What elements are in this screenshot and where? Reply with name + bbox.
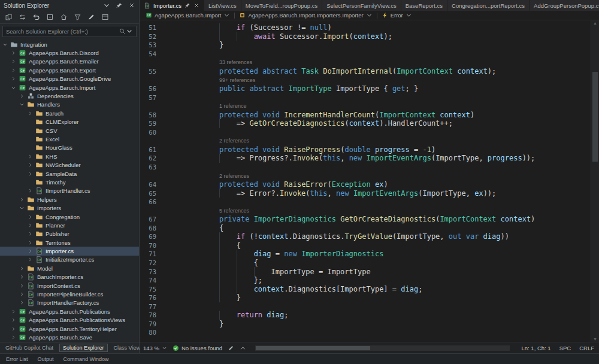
tree-item-agapeapps-baruch-territoryhelper[interactable]: C#AgapeApps.Baruch.TerritoryHelper xyxy=(0,324,139,333)
chevron-right-icon[interactable] xyxy=(11,59,16,64)
chevron-down-icon[interactable] xyxy=(11,85,16,90)
chevron-right-icon[interactable] xyxy=(11,317,16,323)
tree-item-agapeapps-baruch-googledrive[interactable]: C#AgapeApps.Baruch.GoogleDrive xyxy=(0,75,139,83)
zoom-control[interactable]: 143 % xyxy=(143,345,167,351)
line-ending[interactable]: CRLF xyxy=(579,345,594,351)
tree-item-integration[interactable]: Integration xyxy=(0,40,139,48)
document-tab-movetofield-rouppopup-cs[interactable]: MoveToField...roupPopup.cs xyxy=(241,0,322,11)
tree-item-handlers[interactable]: Handlers xyxy=(0,101,139,109)
scroll-down-arrow-icon[interactable]: ▼ xyxy=(591,336,599,342)
chevron-right-icon[interactable] xyxy=(28,111,33,116)
tree-item-planner[interactable]: Planner xyxy=(0,221,139,229)
codelens-references[interactable]: 2 references xyxy=(219,173,249,179)
chevron-right-icon[interactable] xyxy=(19,266,25,271)
vertical-scrollbar[interactable]: ▲ ▼ xyxy=(591,20,599,342)
tree-item-agapeapps-baruch-discord[interactable]: C#AgapeApps.Baruch.Discord xyxy=(0,48,139,57)
chevron-right-icon[interactable] xyxy=(28,257,33,262)
chevron-right-icon[interactable] xyxy=(28,154,33,159)
tree-item-dependencies[interactable]: Dependencies xyxy=(0,92,139,100)
tree-item-publisher[interactable]: Publisher xyxy=(0,230,139,238)
codelens-references[interactable]: 5 references xyxy=(219,208,249,214)
tree-item-agapeapps-baruch-publications[interactable]: C#AgapeApps.Baruch.Publications xyxy=(0,307,139,316)
horizontal-scrollbar[interactable] xyxy=(255,345,509,351)
code-editor[interactable]: 51if (Successor != null)52await Successo… xyxy=(140,20,599,342)
breadcrumb-item-agapeapps-baruch-import-importers-importer[interactable]: AgapeApps.Baruch.Import.Importers.Import… xyxy=(237,12,374,19)
tree-item-importerpipelinebuilder-cs[interactable]: C#ImporterPipelineBuilder.cs xyxy=(0,290,139,298)
chevron-right-icon[interactable] xyxy=(28,248,33,254)
tree-item-nwscheduler[interactable]: NWScheduler xyxy=(0,160,139,169)
tree-item-initializeimporter-cs[interactable]: C#InitializeImporter.cs xyxy=(0,256,139,264)
tree-item-clmexplorer[interactable]: CLMExplorer xyxy=(0,118,139,126)
tree-item-model[interactable]: Model xyxy=(0,264,139,272)
preview-icon[interactable] xyxy=(101,13,109,21)
chevron-right-icon[interactable] xyxy=(28,231,33,236)
tree-item-helpers[interactable]: Helpers xyxy=(0,195,139,204)
document-tab-addgrouppersonpopup-cs[interactable]: AddGroupPersonPopup.cs xyxy=(530,0,599,11)
chevron-right-icon[interactable] xyxy=(28,214,33,220)
vertical-scrollbar-thumb[interactable] xyxy=(592,72,598,162)
search-input[interactable] xyxy=(6,28,116,35)
document-tab-selectpersonfamilyview-cs[interactable]: SelectPersonFamilyView.cs xyxy=(322,0,401,11)
undo-icon[interactable] xyxy=(32,13,40,21)
chevron-right-icon[interactable] xyxy=(28,171,33,177)
tool-tab-solution-explorer[interactable]: Solution Explorer xyxy=(59,344,108,352)
chevron-down-icon[interactable] xyxy=(19,205,25,211)
codelens-references[interactable]: 99+ references xyxy=(219,77,255,83)
document-health-indicator[interactable]: No issues found xyxy=(173,345,222,351)
panel-tab-output[interactable]: Output xyxy=(38,356,54,362)
tree-item-territories[interactable]: Territories xyxy=(0,238,139,247)
filter-icon[interactable] xyxy=(74,13,81,21)
tree-item-agapeapps-baruch-save[interactable]: C#AgapeApps.Baruch.Save xyxy=(0,333,139,341)
chevron-right-icon[interactable] xyxy=(19,283,25,289)
horizontal-scrollbar-thumb[interactable] xyxy=(256,346,370,350)
pin-icon[interactable] xyxy=(184,2,190,8)
tree-item-importer-cs[interactable]: C#Importer.cs xyxy=(0,247,139,255)
chevron-up-icon[interactable] xyxy=(240,345,246,351)
tree-item-excel[interactable]: Excel xyxy=(0,135,139,143)
tree-item-agapeapps-baruch-emailer[interactable]: C#AgapeApps.Baruch.Emailer xyxy=(0,57,139,66)
pencil-icon[interactable] xyxy=(87,13,95,21)
tree-item-iimporthandler-cs[interactable]: C#IImportHandler.cs xyxy=(0,187,139,195)
tree-item-hourglass[interactable]: HourGlass xyxy=(0,144,139,152)
pin-icon[interactable] xyxy=(116,2,123,9)
chevron-right-icon[interactable] xyxy=(19,93,25,99)
chevron-right-icon[interactable] xyxy=(19,197,25,202)
collapse-all-icon[interactable] xyxy=(46,13,54,21)
tree-item-agapeapps-baruch-publicationsviews[interactable]: C#AgapeApps.Baruch.PublicationsViews xyxy=(0,316,139,324)
chevron-right-icon[interactable] xyxy=(19,292,25,297)
tool-tab-github-copilot-chat[interactable]: GitHub Copilot Chat xyxy=(2,344,56,351)
chevron-right-icon[interactable] xyxy=(11,76,16,81)
chevron-down-icon[interactable] xyxy=(19,102,25,107)
chevron-down-icon[interactable] xyxy=(103,2,110,9)
document-tab-listview-cs[interactable]: ListView.cs xyxy=(204,0,241,11)
chevron-right-icon[interactable] xyxy=(28,240,33,245)
close-icon[interactable] xyxy=(193,2,199,8)
chevron-right-icon[interactable] xyxy=(28,162,33,168)
tree-item-timothy[interactable]: Timothy xyxy=(0,178,139,186)
codelens-references[interactable]: 33 references xyxy=(219,59,252,65)
chevron-down-icon[interactable] xyxy=(2,42,8,47)
chevron-right-icon[interactable] xyxy=(28,223,33,228)
tree-item-agapeapps-baruch-import[interactable]: C#AgapeApps.Baruch.Import xyxy=(0,83,139,92)
document-tab-basereport-cs[interactable]: BaseReport.cs xyxy=(401,0,447,11)
tree-item-agapeapps-baruch-export[interactable]: C#AgapeApps.Baruch.Export xyxy=(0,66,139,74)
tree-item-congregation[interactable]: Congregation xyxy=(0,213,139,221)
document-tab-importer-cs[interactable]: C#Importer.cs xyxy=(140,0,204,11)
tree-item-baruchimporter-cs[interactable]: C#BaruchImporter.cs xyxy=(0,273,139,281)
chevron-right-icon[interactable] xyxy=(11,335,16,340)
chevron-right-icon[interactable] xyxy=(19,274,25,280)
breadcrumb-item-error[interactable]: Error xyxy=(379,12,415,19)
search-icon[interactable] xyxy=(119,28,126,35)
codelens-references[interactable]: 2 references xyxy=(219,138,249,144)
home-icon[interactable] xyxy=(60,13,68,21)
caret-position[interactable]: Ln: 1, Ch: 1 xyxy=(522,345,551,351)
chevron-right-icon[interactable] xyxy=(11,326,16,332)
sync-active-icon[interactable] xyxy=(19,13,26,21)
chevron-right-icon[interactable] xyxy=(28,188,33,193)
tree-item-baruch[interactable]: Baruch xyxy=(0,109,139,117)
document-tab-congregation-portreport-cs[interactable]: Congregation...portReport.cs xyxy=(447,0,530,11)
chevron-right-icon[interactable] xyxy=(19,300,25,305)
scroll-up-arrow-icon[interactable]: ▲ xyxy=(591,20,599,26)
tree-item-importhandlerfactory-cs[interactable]: C#ImportHandlerFactory.cs xyxy=(0,299,139,307)
chevron-right-icon[interactable] xyxy=(11,309,16,314)
